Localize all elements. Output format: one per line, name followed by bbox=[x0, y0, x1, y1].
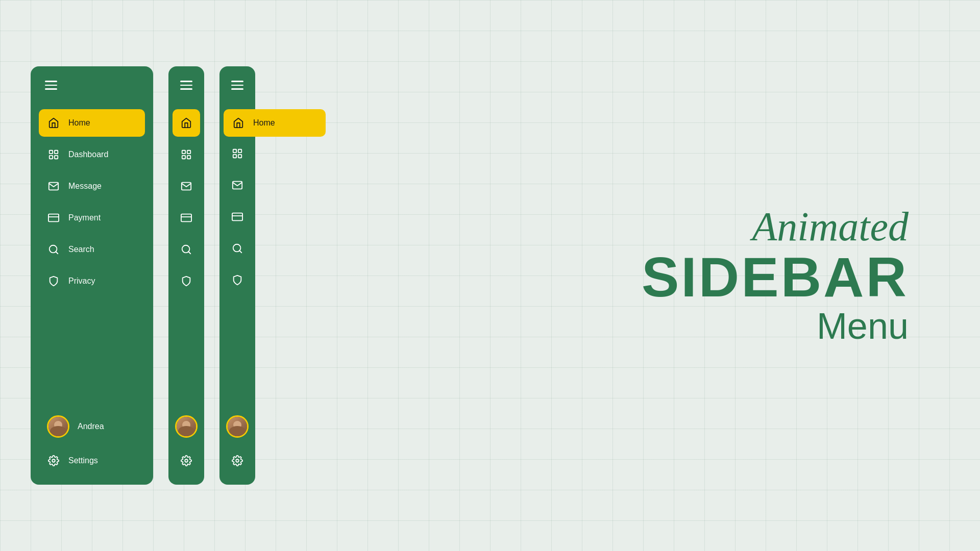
nav-label-dashboard: Dashboard bbox=[68, 150, 108, 159]
user-avatar-2 bbox=[175, 415, 198, 438]
sidebars-container: Home Dashboard bbox=[31, 15, 255, 536]
user-profile-item[interactable]: Andrea bbox=[39, 410, 145, 443]
dashboard-icon-2 bbox=[180, 148, 193, 161]
svg-rect-4 bbox=[48, 214, 59, 221]
nav-item-search-2[interactable] bbox=[173, 236, 200, 263]
svg-point-17 bbox=[185, 459, 188, 462]
heading-block: Animated SIDEBAR Menu bbox=[642, 204, 909, 347]
privacy-icon bbox=[47, 274, 60, 288]
hamburger-line-2 bbox=[45, 85, 57, 86]
sidebar-icon-only bbox=[168, 66, 204, 485]
svg-rect-9 bbox=[182, 150, 185, 153]
search-icon-3 bbox=[231, 242, 244, 255]
hamburger-line-3-3 bbox=[231, 88, 243, 90]
payment-icon-3 bbox=[231, 210, 244, 223]
nav-item-home[interactable]: Home bbox=[39, 109, 145, 137]
hamburger-button[interactable] bbox=[41, 77, 61, 94]
heading-menu: Menu bbox=[642, 305, 909, 347]
home-item-container: Home bbox=[224, 109, 251, 136]
svg-line-25 bbox=[239, 251, 241, 253]
home-icon bbox=[47, 116, 60, 130]
nav-label-privacy: Privacy bbox=[68, 277, 95, 286]
heading-sidebar: SIDEBAR bbox=[642, 249, 909, 305]
svg-rect-19 bbox=[238, 149, 241, 152]
nav-item-privacy[interactable]: Privacy bbox=[39, 267, 145, 295]
hamburger-line-2-3 bbox=[180, 88, 192, 90]
dashboard-icon-3 bbox=[231, 147, 244, 160]
nav-item-dashboard[interactable]: Dashboard bbox=[39, 141, 145, 168]
payment-icon-2 bbox=[180, 211, 193, 224]
nav-item-privacy-3[interactable] bbox=[224, 266, 251, 294]
hamburger-line-3-2 bbox=[231, 85, 243, 86]
hamburger-button-3[interactable] bbox=[227, 77, 248, 94]
message-icon bbox=[47, 180, 60, 193]
svg-point-8 bbox=[52, 459, 55, 462]
nav-item-payment-2[interactable] bbox=[173, 204, 200, 232]
nav-label-settings: Settings bbox=[68, 456, 98, 465]
user-avatar bbox=[47, 415, 69, 438]
avatar-image-2 bbox=[177, 417, 196, 436]
svg-point-26 bbox=[236, 459, 239, 462]
hamburger-line-2-2 bbox=[180, 85, 192, 86]
sidebar-expanded: Home Dashboard bbox=[31, 66, 153, 485]
svg-rect-21 bbox=[238, 154, 241, 157]
nav-item-payment-3[interactable] bbox=[224, 203, 251, 231]
nav-item-search-3[interactable] bbox=[224, 235, 251, 262]
search-icon-2 bbox=[180, 243, 193, 256]
settings-icon-3 bbox=[231, 454, 244, 467]
user-profile-item-3[interactable] bbox=[221, 410, 254, 443]
nav-items-icon-only bbox=[168, 109, 204, 411]
home-icon-3 bbox=[232, 116, 245, 130]
sidebar-bottom-2 bbox=[168, 410, 204, 474]
svg-line-16 bbox=[188, 252, 190, 254]
nav-label-message: Message bbox=[68, 182, 102, 191]
settings-icon bbox=[47, 454, 60, 467]
svg-line-7 bbox=[56, 252, 58, 254]
nav-item-message-3[interactable] bbox=[224, 171, 251, 199]
nav-item-home-2[interactable] bbox=[173, 109, 200, 137]
payment-icon bbox=[47, 211, 60, 224]
nav-items-expanded: Home Dashboard bbox=[39, 109, 145, 411]
user-avatar-3 bbox=[226, 415, 249, 438]
svg-rect-22 bbox=[232, 213, 242, 220]
svg-rect-20 bbox=[233, 154, 236, 157]
nav-item-home-3[interactable]: Home bbox=[224, 109, 326, 137]
privacy-icon-3 bbox=[231, 273, 244, 287]
hamburger-line-2-1 bbox=[180, 81, 192, 82]
svg-rect-0 bbox=[50, 150, 53, 153]
nav-label-home-3: Home bbox=[253, 118, 275, 128]
svg-rect-3 bbox=[55, 155, 58, 158]
svg-rect-18 bbox=[233, 149, 236, 152]
svg-rect-11 bbox=[182, 155, 185, 158]
nav-item-settings[interactable]: Settings bbox=[39, 447, 145, 474]
nav-item-payment[interactable]: Payment bbox=[39, 204, 145, 232]
user-profile-item-2[interactable] bbox=[170, 410, 203, 443]
sidebar-bottom-expanded: Andrea Settings bbox=[39, 410, 145, 474]
nav-item-dashboard-3[interactable] bbox=[224, 140, 251, 167]
svg-rect-1 bbox=[55, 150, 58, 153]
hamburger-button-2[interactable] bbox=[176, 77, 197, 94]
nav-label-search: Search bbox=[68, 245, 94, 254]
main-content: Home Dashboard bbox=[0, 0, 980, 551]
privacy-icon-2 bbox=[180, 274, 193, 288]
nav-item-search[interactable]: Search bbox=[39, 236, 145, 263]
avatar-image-3 bbox=[228, 417, 247, 436]
svg-rect-2 bbox=[50, 155, 53, 158]
settings-icon-2 bbox=[180, 454, 193, 467]
right-text-section: Animated SIDEBAR Menu bbox=[281, 204, 949, 347]
sidebar-bottom-3 bbox=[219, 410, 255, 474]
message-icon-3 bbox=[231, 179, 244, 192]
nav-item-privacy-2[interactable] bbox=[173, 267, 200, 295]
hamburger-line-3 bbox=[45, 88, 57, 90]
nav-item-message-2[interactable] bbox=[173, 172, 200, 200]
home-icon-2 bbox=[180, 116, 193, 130]
dashboard-icon bbox=[47, 148, 60, 161]
search-icon bbox=[47, 243, 60, 256]
svg-rect-10 bbox=[187, 150, 190, 153]
nav-item-dashboard-2[interactable] bbox=[173, 141, 200, 168]
nav-item-message[interactable]: Message bbox=[39, 172, 145, 200]
nav-item-settings-3[interactable] bbox=[224, 447, 251, 474]
hamburger-line-1 bbox=[45, 81, 57, 82]
nav-item-settings-2[interactable] bbox=[173, 447, 200, 474]
nav-label-home: Home bbox=[68, 118, 90, 128]
